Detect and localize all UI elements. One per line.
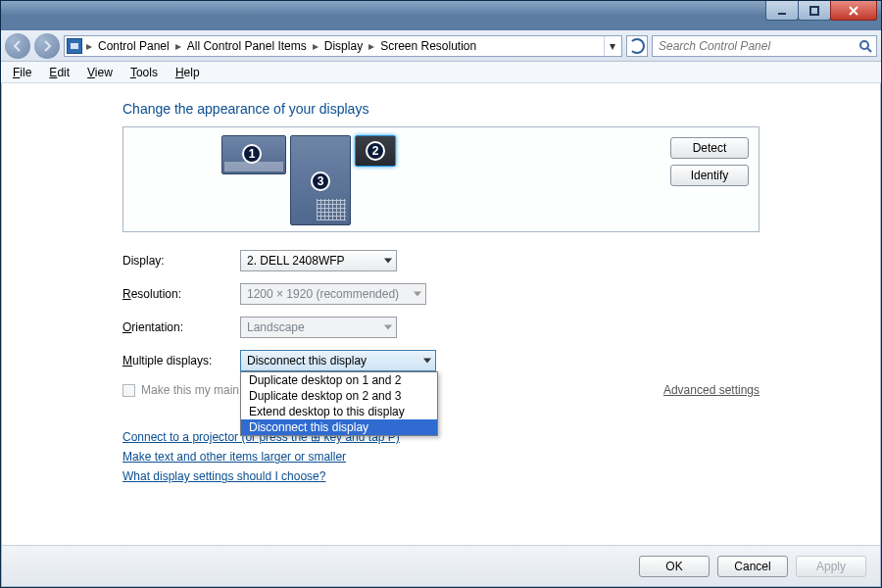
search-icon <box>858 39 872 53</box>
menu-file[interactable]: File <box>5 64 39 81</box>
svg-point-2 <box>860 41 868 49</box>
resolution-field-label: Resolution: <box>122 287 240 301</box>
dropdown-option[interactable]: Extend desktop to this display <box>241 404 437 419</box>
main-display-checkbox <box>122 384 135 397</box>
multiple-displays-combo[interactable]: Disconnect this display <box>240 350 436 371</box>
menu-tools[interactable]: Tools <box>122 64 166 81</box>
address-dropdown[interactable]: ▾ <box>604 36 619 56</box>
crumb-sep-icon: ▸ <box>367 39 376 53</box>
crumb-sep-icon: ▸ <box>173 39 183 53</box>
display-field-label: Display: <box>122 254 240 268</box>
refresh-button[interactable] <box>626 35 648 57</box>
chevron-down-icon <box>414 292 421 297</box>
breadcrumb[interactable]: Display <box>322 39 365 53</box>
forward-button[interactable] <box>34 33 60 59</box>
menu-edit[interactable]: Edit <box>41 64 77 81</box>
display-combo[interactable]: 2. DELL 2408WFP <box>240 250 397 271</box>
search-box[interactable] <box>652 35 877 57</box>
menu-view[interactable]: View <box>79 64 121 81</box>
svg-rect-0 <box>778 13 786 15</box>
calculator-icon <box>317 199 346 220</box>
ok-button[interactable]: OK <box>639 556 710 577</box>
content-area: Change the appearance of your displays 1… <box>2 83 880 586</box>
monitor-badge: 3 <box>311 172 330 191</box>
orientation-field-label: Orientation: <box>122 320 240 334</box>
maximize-button[interactable] <box>798 1 831 21</box>
menubar: File Edit View Tools Help <box>1 62 881 83</box>
monitor-1[interactable]: 1 <box>221 135 286 174</box>
titlebar <box>1 1 881 30</box>
address-bar[interactable]: ▸ Control Panel ▸ All Control Panel Item… <box>64 35 622 57</box>
breadcrumb[interactable]: Screen Resolution <box>378 39 478 53</box>
svg-rect-1 <box>810 7 818 15</box>
monitor-3[interactable]: 3 <box>290 135 351 225</box>
monitor-badge: 1 <box>242 144 262 164</box>
search-input[interactable] <box>657 38 855 54</box>
cancel-button[interactable]: Cancel <box>717 556 788 577</box>
display-arrangement-box[interactable]: 1 3 2 Detect Identify <box>122 126 760 232</box>
menu-help[interactable]: Help <box>168 64 208 81</box>
apply-button: Apply <box>796 556 866 577</box>
chevron-down-icon <box>384 259 392 264</box>
chevron-down-icon <box>423 359 431 364</box>
back-button[interactable] <box>5 33 30 59</box>
breadcrumb[interactable]: Control Panel <box>96 39 172 53</box>
breadcrumb[interactable]: All Control Panel Items <box>185 39 309 53</box>
resolution-combo: 1200 × 1920 (recommended) <box>240 283 426 305</box>
dialog-footer: OK Cancel Apply <box>2 545 880 586</box>
close-button[interactable] <box>830 1 877 21</box>
advanced-settings-link[interactable]: Advanced settings <box>663 383 760 397</box>
crumb-sep-icon: ▸ <box>311 39 320 53</box>
monitor-badge: 2 <box>366 141 385 161</box>
crumb-sep-icon: ▸ <box>84 39 94 53</box>
orientation-combo: Landscape <box>240 317 397 338</box>
identify-button[interactable]: Identify <box>670 165 749 186</box>
text-size-link[interactable]: Make text and other items larger or smal… <box>122 450 346 464</box>
page-title: Change the appearance of your displays <box>122 101 760 117</box>
dropdown-option[interactable]: Duplicate desktop on 2 and 3 <box>241 388 437 404</box>
minimize-button[interactable] <box>765 1 799 21</box>
chevron-down-icon <box>384 325 392 330</box>
detect-button[interactable]: Detect <box>670 137 749 159</box>
multiple-displays-dropdown[interactable]: Duplicate desktop on 1 and 2 Duplicate d… <box>240 371 438 436</box>
navbar: ▸ Control Panel ▸ All Control Panel Item… <box>1 30 881 62</box>
window-frame: ▸ Control Panel ▸ All Control Panel Item… <box>0 0 882 588</box>
taskbar-icon <box>224 162 283 172</box>
multiple-displays-label: Multiple displays: <box>122 354 240 368</box>
control-panel-icon <box>67 38 82 54</box>
dropdown-option[interactable]: Duplicate desktop on 1 and 2 <box>241 372 437 388</box>
monitor-2[interactable]: 2 <box>355 135 396 167</box>
help-link[interactable]: What display settings should I choose? <box>122 469 325 483</box>
dropdown-option[interactable]: Disconnect this display <box>241 419 437 435</box>
